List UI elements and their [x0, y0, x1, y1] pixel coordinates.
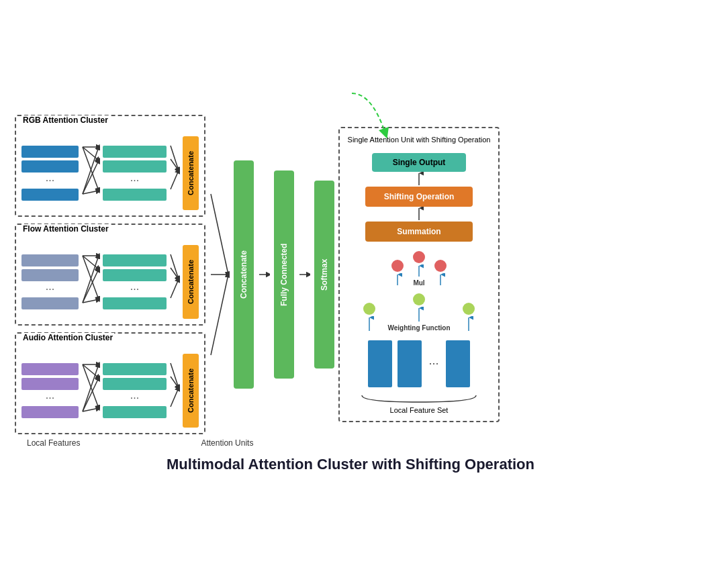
rgb-dots: ···: [21, 175, 79, 186]
main-container: RGB Attention Cluster ···: [15, 115, 686, 473]
audio-bar-3: [21, 406, 79, 418]
flow-bar-2: [21, 269, 79, 281]
flow-dots: ···: [21, 284, 79, 295]
gnode2-up-arrow: [414, 307, 424, 323]
green-node-col-3: [463, 303, 475, 332]
flow-attn-dots: ···: [103, 284, 167, 295]
flow-attention-units: ···: [103, 254, 167, 309]
main-concat-box: Concatenate: [234, 160, 254, 389]
fully-connected-box: Fully Connected: [274, 170, 294, 379]
node2-up-arrow: [414, 264, 424, 278]
flow-cluster-box: Flow Attention Cluster ···: [15, 224, 205, 326]
rgb-attn-dots: ···: [103, 175, 167, 186]
green-node-2: [413, 293, 425, 305]
svg-line-14: [83, 299, 99, 303]
nodes-area: Mul: [391, 251, 447, 287]
clusters-to-main-concat-arrows: [209, 154, 230, 395]
audio-bar-2: [21, 378, 79, 390]
detail-feat-bar-2: [398, 340, 422, 387]
red-node-2: [413, 251, 425, 263]
local-feature-set: Local Feature Set: [359, 393, 479, 414]
green-dashed-arrow: [352, 87, 392, 140]
audio-cluster-label: Audio Attention Cluster: [21, 333, 114, 342]
diagram-wrapper: RGB Attention Cluster ···: [15, 115, 686, 448]
rgb-cluster-inner: ···: [21, 131, 199, 210]
svg-line-7: [171, 159, 179, 170]
gnode3-up-arrow: [464, 316, 473, 332]
rgb-attn-bar-2: [103, 160, 167, 173]
svg-line-8: [171, 170, 179, 189]
svg-line-22: [83, 378, 99, 411]
output-stack: Single Output Shifting Operation Summati…: [365, 153, 473, 242]
flow-concat-box: Concatenate: [183, 245, 199, 319]
curly-brace-svg: [359, 393, 479, 403]
audio-cluster-inner: ···: [21, 348, 199, 428]
rgb-cluster-label: RGB Attention Cluster: [21, 115, 109, 125]
svg-line-24: [171, 363, 179, 388]
audio-attn-bar-1: [103, 363, 167, 375]
shifting-operation-box: Shifting Operation: [365, 187, 473, 207]
svg-line-6: [171, 146, 179, 170]
audio-attn-bar-3: [103, 406, 167, 418]
flow-local-features: ···: [21, 254, 79, 309]
svg-line-17: [171, 279, 179, 298]
summation-box: Summation: [365, 222, 473, 242]
local-features-label: Local Features: [27, 438, 80, 448]
detail-section: Single Attention Unit with Shifting Oper…: [338, 127, 500, 422]
audio-attention-units: ···: [103, 363, 167, 418]
rgb-fan-arrows-svg: [81, 140, 100, 201]
local-feature-set-label: Local Feature Set: [390, 406, 449, 414]
flow-fan-arrows-svg: [81, 249, 100, 309]
audio-attn-bar-2: [103, 378, 167, 390]
audio-attn-dots: ···: [103, 393, 167, 403]
concat-to-fc-arrow: [258, 160, 270, 389]
svg-line-23: [83, 408, 99, 411]
rgb-bar-2: [21, 160, 79, 173]
flow-cluster-inner: ···: [21, 240, 199, 319]
node-col-1: [391, 260, 404, 287]
output-up-arrow: [414, 172, 424, 187]
softmax-box: Softmax: [314, 181, 334, 369]
node-col-2: Mul: [413, 251, 425, 287]
svg-line-16: [171, 268, 179, 279]
attention-units-label: Attention Units: [201, 438, 253, 448]
weighting-label: Weighting Function: [387, 324, 450, 332]
rgb-cluster-box: RGB Attention Cluster ···: [15, 115, 205, 217]
bottom-labels-row: Local Features Attention Units: [15, 438, 686, 448]
rgb-bar-3: [21, 189, 79, 201]
rgb-attn-bar-1: [103, 146, 167, 158]
rgb-bar-1: [21, 146, 79, 158]
svg-line-29: [211, 275, 228, 355]
green-node-col-2: Weighting Function: [387, 293, 450, 332]
green-node-col-1: [363, 303, 375, 332]
flow-attn-bar-3: [103, 297, 167, 309]
single-output-box: Single Output: [372, 153, 466, 172]
flow-bar-3: [21, 297, 79, 309]
flow-to-concat-arrow: [169, 248, 180, 311]
green-node-3: [463, 303, 475, 315]
svg-line-5: [83, 191, 99, 194]
audio-local-features: ···: [21, 363, 79, 418]
right-panel: Concatenate Fully Connected Softmax: [234, 160, 334, 389]
green-node-1: [363, 303, 375, 315]
svg-line-25: [171, 377, 179, 388]
rgb-attention-units: ···: [103, 146, 167, 201]
flow-bar-1: [21, 254, 79, 266]
audio-to-concat-arrow: [169, 356, 180, 420]
audio-cluster-box: Audio Attention Cluster ···: [15, 332, 205, 434]
audio-dots: ···: [21, 393, 79, 403]
node3-up-arrow: [436, 273, 445, 287]
clusters-column: RGB Attention Cluster ···: [15, 115, 205, 434]
svg-line-27: [211, 194, 228, 275]
detail-area: Single Attention Unit with Shifting Oper…: [338, 127, 500, 422]
detail-feat-bar-3: [446, 340, 470, 387]
detail-feat-dots: ···: [428, 356, 438, 371]
red-node-3: [434, 260, 447, 272]
audio-fan-arrows-svg: [81, 358, 100, 418]
diagram-flex: RGB Attention Cluster ···: [15, 115, 686, 434]
rgb-to-concat-arrow: [169, 139, 180, 203]
gnode1-up-arrow: [365, 316, 374, 332]
green-nodes-area: Weighting Function: [363, 293, 474, 332]
svg-line-26: [171, 388, 179, 407]
rgb-attn-bar-3: [103, 189, 167, 201]
